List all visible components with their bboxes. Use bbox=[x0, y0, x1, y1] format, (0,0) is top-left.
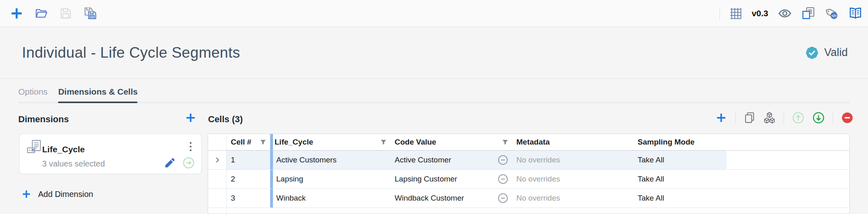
table-header-row: Cell # Life_Cycle Code Value Metadata Sa… bbox=[208, 134, 849, 151]
cells-toolbar-divider bbox=[833, 111, 833, 124]
save-icon-disabled bbox=[59, 7, 72, 20]
cell-text: No overrides bbox=[516, 175, 560, 184]
go-to-arrow-icon bbox=[183, 157, 195, 169]
cell-life-cycle[interactable]: Active Customers bbox=[270, 151, 391, 169]
tab-options[interactable]: Options bbox=[18, 87, 47, 102]
documentation-book-icon[interactable] bbox=[849, 6, 862, 20]
move-down-icon[interactable] bbox=[812, 112, 825, 124]
row-expander[interactable] bbox=[208, 170, 227, 188]
title-band: Individual - Life Cycle Segments Valid bbox=[0, 27, 868, 79]
cell-num[interactable]: 3 bbox=[227, 189, 270, 208]
header-label: Cell # bbox=[231, 138, 251, 147]
cell-text: Windback Customer bbox=[395, 194, 464, 203]
dimension-card: Life_Cycle 3 values selected bbox=[19, 134, 202, 174]
header-expander-cell bbox=[208, 134, 227, 150]
cell-text: Take All bbox=[638, 194, 664, 203]
header-cell-num[interactable]: Cell # bbox=[227, 134, 270, 150]
table-row[interactable]: 3 Winback Windback Customer No overrides… bbox=[208, 189, 849, 208]
tab-dimensions-cells[interactable]: Dimensions & Cells bbox=[58, 87, 138, 102]
open-folder-icon[interactable] bbox=[35, 7, 48, 20]
cells-toolbar-divider bbox=[735, 111, 736, 124]
combine-cubes-icon[interactable] bbox=[763, 112, 776, 124]
valid-seal-icon bbox=[805, 45, 819, 60]
cell-code-value[interactable]: Windback Customer bbox=[391, 189, 512, 208]
dimensions-heading: Dimensions bbox=[18, 114, 69, 125]
cell-code-value[interactable]: Lapsing Customer bbox=[391, 170, 512, 188]
cell-metadata[interactable]: No overrides bbox=[512, 170, 635, 188]
header-sampling-mode[interactable]: Sampling Mode bbox=[635, 134, 726, 150]
tab-bar: Options Dimensions & Cells bbox=[18, 79, 850, 103]
move-up-icon-disabled bbox=[792, 112, 804, 124]
header-filler bbox=[726, 134, 849, 150]
remove-cell-icon[interactable] bbox=[841, 112, 853, 124]
cell-sampling-mode[interactable]: Take All bbox=[635, 170, 726, 188]
row-filler bbox=[726, 189, 849, 208]
version-label: v0.3 bbox=[752, 9, 768, 18]
cell-metadata[interactable]: No overrides bbox=[512, 189, 635, 208]
cell-text: Lapsing bbox=[276, 175, 303, 184]
table-row[interactable]: 1 Active Customers Active Customer No ov… bbox=[208, 151, 849, 170]
row-filler bbox=[726, 151, 849, 169]
cell-life-cycle[interactable]: Winback bbox=[270, 189, 391, 208]
cell-sampling-mode[interactable]: Take All bbox=[635, 151, 726, 169]
no-overrides-minus-icon bbox=[498, 155, 508, 165]
add-cell-plus-icon[interactable] bbox=[715, 112, 727, 124]
table-row-empty bbox=[208, 208, 849, 214]
cell-text: 1 bbox=[231, 156, 235, 164]
cell-text: Winback bbox=[276, 194, 306, 203]
row-filler bbox=[726, 170, 849, 188]
cell-text: Lapsing Customer bbox=[395, 175, 457, 184]
row-expander bbox=[208, 208, 227, 214]
cell-text: 3 bbox=[231, 194, 235, 203]
header-life-cycle[interactable]: Life_Cycle bbox=[270, 134, 391, 150]
cells-heading: Cells (3) bbox=[208, 114, 243, 125]
header-label: Life_Cycle bbox=[275, 138, 313, 147]
filter-funnel-icon[interactable] bbox=[380, 139, 387, 145]
cell-text: Take All bbox=[638, 156, 664, 164]
cells-toolbar-divider bbox=[784, 111, 784, 124]
header-metadata[interactable]: Metadata bbox=[512, 134, 635, 150]
add-dimension-label: Add Dimension bbox=[38, 190, 93, 199]
cell-text: Take All bbox=[638, 175, 664, 184]
export-folder-document-icon[interactable] bbox=[801, 6, 815, 20]
filter-funnel-icon[interactable] bbox=[502, 139, 508, 145]
save-all-icon[interactable] bbox=[84, 6, 97, 20]
cell-life-cycle[interactable]: Lapsing bbox=[270, 170, 391, 188]
cell-text: 2 bbox=[231, 175, 235, 184]
cells-toolbar bbox=[715, 110, 853, 126]
kebab-menu-icon[interactable] bbox=[187, 141, 195, 153]
row-expander[interactable] bbox=[208, 189, 227, 208]
edit-pencil-icon[interactable] bbox=[164, 157, 176, 169]
cell-code-value[interactable]: Active Customer bbox=[391, 151, 512, 169]
toolbar-divider bbox=[720, 7, 720, 20]
code-tag-icon[interactable]: </> bbox=[825, 6, 839, 20]
new-plus-icon[interactable] bbox=[10, 6, 24, 20]
cell-sampling-mode[interactable]: Take All bbox=[635, 189, 726, 208]
cell-num[interactable]: 2 bbox=[227, 170, 270, 188]
add-dimension-plus-icon[interactable] bbox=[185, 112, 197, 124]
cell-text: Active Customers bbox=[276, 156, 337, 164]
svg-text:</>: </> bbox=[831, 13, 836, 17]
cells-table: Cell # Life_Cycle Code Value Metadata Sa… bbox=[208, 134, 850, 214]
copy-cells-icon[interactable] bbox=[744, 112, 755, 123]
filter-funnel-icon[interactable] bbox=[260, 139, 266, 145]
header-label: Sampling Mode bbox=[638, 138, 694, 147]
dimension-values-icon bbox=[27, 140, 43, 154]
add-dimension-button[interactable]: Add Dimension bbox=[21, 189, 93, 199]
no-overrides-minus-icon bbox=[498, 174, 508, 184]
cell-metadata[interactable]: No overrides bbox=[512, 151, 635, 169]
header-label: Metadata bbox=[516, 138, 550, 147]
row-expander[interactable] bbox=[208, 151, 227, 169]
dimension-name: Life_Cycle bbox=[42, 145, 85, 154]
grid-icon[interactable] bbox=[730, 7, 742, 19]
status-label: Valid bbox=[824, 46, 848, 59]
cell-text: No overrides bbox=[516, 156, 560, 164]
top-toolbar: v0.3 </> bbox=[0, 0, 868, 27]
table-row[interactable]: 2 Lapsing Lapsing Customer No overrides … bbox=[208, 170, 849, 189]
cell-num[interactable]: 1 bbox=[227, 151, 270, 169]
status-badge: Valid bbox=[805, 45, 848, 60]
preview-eye-icon[interactable] bbox=[778, 6, 792, 20]
page-title: Individual - Life Cycle Segments bbox=[22, 44, 240, 61]
no-overrides-minus-icon bbox=[498, 193, 508, 203]
header-code-value[interactable]: Code Value bbox=[391, 134, 512, 150]
